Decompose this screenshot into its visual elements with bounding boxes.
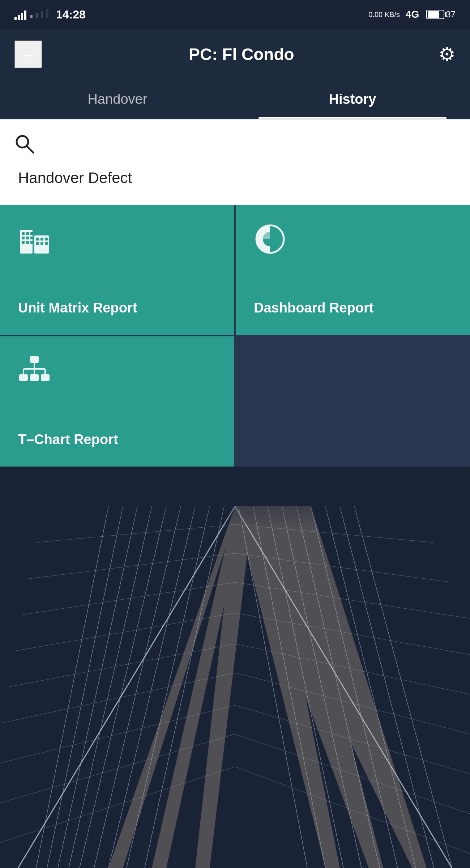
battery-container: 37	[425, 9, 456, 20]
svg-rect-29	[41, 374, 50, 381]
page-title: PC: Fl Condo	[49, 44, 434, 64]
search-icon	[14, 134, 35, 158]
tab-history-label: History	[329, 92, 376, 107]
svg-rect-5	[26, 232, 29, 235]
svg-rect-12	[30, 241, 33, 244]
svg-rect-9	[30, 237, 33, 239]
svg-rect-7	[22, 237, 25, 239]
svg-line-1	[27, 146, 33, 153]
svg-rect-11	[26, 241, 29, 244]
svg-rect-6	[30, 232, 33, 235]
svg-rect-28	[30, 374, 39, 381]
chart-icon	[254, 223, 286, 257]
tab-history[interactable]: History	[235, 80, 470, 119]
battery-level: 37	[446, 9, 456, 20]
svg-rect-8	[26, 237, 29, 239]
building-icon	[18, 223, 51, 257]
card-tchart[interactable]: T–Chart Report	[0, 336, 234, 467]
card-tchart-label: T–Chart Report	[18, 431, 118, 448]
settings-button[interactable]: ⚙	[439, 43, 456, 65]
nav-bar: ← PC: Fl Condo ⚙	[0, 29, 470, 80]
time-label: 14:28	[56, 8, 86, 21]
svg-rect-13	[36, 238, 39, 241]
svg-rect-21	[30, 356, 39, 363]
tab-handover-label: Handover	[88, 92, 148, 107]
tab-handover[interactable]: Handover	[0, 80, 235, 119]
svg-rect-14	[40, 238, 43, 241]
signal-strength-dots	[30, 9, 49, 20]
card-unit-matrix-label: Unit Matrix Report	[18, 299, 137, 317]
svg-rect-4	[22, 232, 25, 235]
battery-icon	[426, 10, 444, 19]
svg-rect-75	[0, 470, 470, 615]
back-button[interactable]: ←	[14, 41, 42, 68]
search-section: Handover Defect	[0, 119, 470, 205]
status-right: 0.00 KB/s 4G 37	[368, 9, 456, 20]
tab-bar: Handover History	[0, 80, 470, 119]
status-left: 14:28	[14, 8, 86, 21]
card-unit-matrix[interactable]: Unit Matrix Report	[0, 205, 234, 335]
cards-grid: Unit Matrix Report Dashboard Report	[0, 205, 470, 467]
status-bar: 14:28 0.00 KB/s 4G 37	[0, 0, 470, 29]
svg-rect-18	[45, 242, 48, 245]
signal-icon	[14, 9, 26, 20]
data-speed-label: 0.00 KB/s	[368, 10, 400, 18]
card-dashboard[interactable]: Dashboard Report	[236, 205, 470, 335]
svg-rect-27	[19, 374, 28, 381]
network-type-label: 4G	[406, 9, 419, 20]
svg-rect-15	[45, 238, 48, 241]
svg-rect-10	[22, 241, 25, 244]
svg-rect-17	[40, 242, 43, 245]
svg-rect-16	[36, 242, 39, 245]
search-bar	[14, 134, 456, 158]
search-input[interactable]	[42, 139, 456, 154]
handover-defect-label: Handover Defect	[14, 169, 456, 187]
card-dashboard-label: Dashboard Report	[254, 299, 373, 317]
background-building	[0, 470, 470, 868]
network-icon	[18, 354, 51, 388]
